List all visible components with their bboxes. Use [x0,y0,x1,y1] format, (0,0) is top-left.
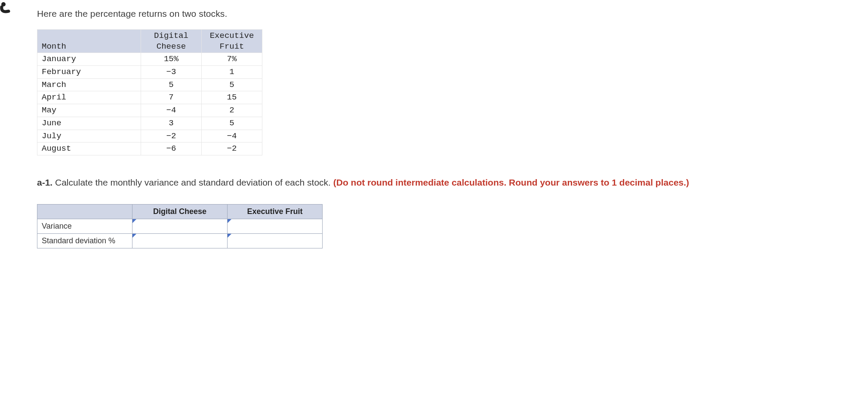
table-row: June35 [37,117,262,130]
table-row: April715 [37,91,262,104]
month-cell: July [37,130,141,143]
fruit-cell: 1 [202,66,262,79]
question-emphasis: (Do not round intermediate calculations.… [333,177,689,187]
answer-col-fruit: Executive Fruit [228,205,323,219]
digital-cell: 3 [141,117,202,130]
answer-col-digital: Digital Cheese [132,205,228,219]
col-digital-header: DigitalCheese [141,30,202,53]
table-row: March55 [37,78,262,91]
digital-cell: 7 [141,91,202,104]
fruit-cell: −4 [202,130,262,143]
digital-cell: −2 [141,130,202,143]
question-body: Calculate the monthly variance and stand… [52,177,333,187]
answer-row-stddev: Standard deviation % [37,234,323,248]
fruit-cell: 5 [202,117,262,130]
row-label-stddev: Standard deviation % [37,234,132,248]
answer-row-variance: Variance [37,219,323,234]
month-cell: February [37,66,141,79]
month-cell: June [37,117,141,130]
month-cell: March [37,78,141,91]
returns-data-table: Month DigitalCheese ExecutiveFruit Janua… [37,29,262,155]
digital-cell: −4 [141,104,202,117]
fruit-cell: 7% [202,53,262,66]
digital-cell: −3 [141,66,202,79]
table-row: January15%7% [37,53,262,66]
digital-cell: 5 [141,78,202,91]
table-row: July−2−4 [37,130,262,143]
digital-cell: −6 [141,143,202,155]
variance-digital-input[interactable] [132,219,227,233]
answer-table: Digital Cheese Executive Fruit Variance … [37,204,323,248]
variance-fruit-cell [228,219,323,234]
answer-blank-header [37,205,132,219]
stddev-digital-cell [132,234,228,248]
returns-data-body: January15%7%February−31March55April715Ma… [37,53,262,155]
digital-cell: 15% [141,53,202,66]
intro-text: Here are the percentage returns on two s… [37,9,851,19]
variance-fruit-input[interactable] [228,219,322,233]
question-content: Here are the percentage returns on two s… [37,9,868,248]
question-prefix: a-1. [37,177,52,187]
col-fruit-header: ExecutiveFruit [202,30,262,53]
col-month-header: Month [37,30,141,53]
month-cell: January [37,53,141,66]
fruit-cell: −2 [202,143,262,155]
variance-digital-cell [132,219,228,234]
table-row: May−42 [37,104,262,117]
month-cell: May [37,104,141,117]
table-row: February−31 [37,66,262,79]
stddev-fruit-input[interactable] [228,234,322,248]
question-number-badge [0,2,12,14]
row-label-variance: Variance [37,219,132,234]
stddev-digital-input[interactable] [132,234,227,248]
fruit-cell: 2 [202,104,262,117]
month-cell: August [37,143,141,155]
question-a1: a-1. Calculate the monthly variance and … [37,176,851,189]
fruit-cell: 15 [202,91,262,104]
month-cell: April [37,91,141,104]
table-row: August−6−2 [37,143,262,155]
stddev-fruit-cell [228,234,323,248]
fruit-cell: 5 [202,78,262,91]
